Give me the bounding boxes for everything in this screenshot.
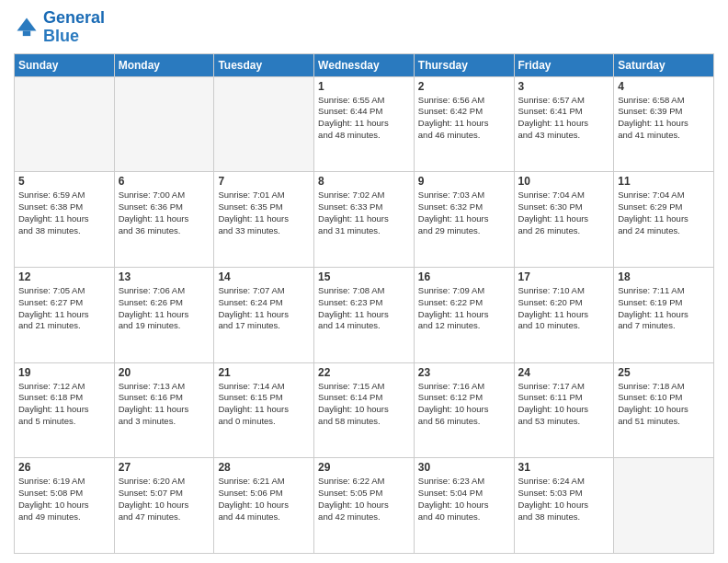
calendar-cell: 20Sunrise: 7:13 AM Sunset: 6:16 PM Dayli… [114,362,214,458]
calendar-week-row: 5Sunrise: 6:59 AM Sunset: 6:38 PM Daylig… [15,172,714,268]
day-info: Sunrise: 6:59 AM Sunset: 6:38 PM Dayligh… [18,190,110,236]
day-info: Sunrise: 7:04 AM Sunset: 6:30 PM Dayligh… [518,190,610,236]
day-number: 12 [18,270,110,283]
day-number: 24 [518,366,610,379]
day-info: Sunrise: 7:15 AM Sunset: 6:14 PM Dayligh… [318,381,410,428]
calendar-cell: 11Sunrise: 7:04 AM Sunset: 6:29 PM Dayli… [614,172,714,268]
header: General Blue [14,9,714,46]
day-number: 9 [418,175,510,188]
day-number: 2 [418,80,510,93]
calendar-cell: 13Sunrise: 7:06 AM Sunset: 6:26 PM Dayli… [114,267,214,362]
calendar-cell: 9Sunrise: 7:03 AM Sunset: 6:32 PM Daylig… [414,172,514,268]
day-info: Sunrise: 6:21 AM Sunset: 5:06 PM Dayligh… [218,476,310,523]
day-number: 13 [119,270,210,283]
day-number: 30 [418,461,510,474]
calendar-cell: 22Sunrise: 7:15 AM Sunset: 6:14 PM Dayli… [314,362,415,458]
day-number: 15 [318,270,410,283]
day-info: Sunrise: 6:23 AM Sunset: 5:04 PM Dayligh… [418,476,510,523]
logo-text: General Blue [43,9,105,46]
day-number: 16 [418,270,510,283]
day-number: 8 [318,175,410,188]
calendar-cell: 12Sunrise: 7:05 AM Sunset: 6:27 PM Dayli… [15,267,115,362]
day-info: Sunrise: 7:00 AM Sunset: 6:36 PM Dayligh… [119,190,210,236]
day-info: Sunrise: 7:11 AM Sunset: 6:19 PM Dayligh… [618,285,710,332]
day-header-row: Sunday Monday Tuesday Wednesday Thursday… [15,53,714,76]
day-number: 26 [18,461,110,474]
day-number: 17 [518,270,610,283]
calendar-cell: 18Sunrise: 7:11 AM Sunset: 6:19 PM Dayli… [614,267,714,362]
header-thursday: Thursday [414,53,514,76]
logo: General Blue [14,9,105,46]
calendar-cell: 6Sunrise: 7:00 AM Sunset: 6:36 PM Daylig… [114,172,214,268]
calendar-week-row: 1Sunrise: 6:55 AM Sunset: 6:44 PM Daylig… [15,76,714,172]
day-info: Sunrise: 7:08 AM Sunset: 6:23 PM Dayligh… [318,285,410,332]
calendar-cell: 19Sunrise: 7:12 AM Sunset: 6:18 PM Dayli… [15,362,115,458]
header-saturday: Saturday [614,53,714,76]
day-number: 6 [119,175,210,188]
header-sunday: Sunday [15,53,115,76]
header-friday: Friday [514,53,614,76]
calendar-cell: 14Sunrise: 7:07 AM Sunset: 6:24 PM Dayli… [214,267,314,362]
day-number: 20 [119,366,210,379]
calendar-cell: 16Sunrise: 7:09 AM Sunset: 6:22 PM Dayli… [414,267,514,362]
calendar-week-row: 12Sunrise: 7:05 AM Sunset: 6:27 PM Dayli… [15,267,714,362]
day-info: Sunrise: 6:20 AM Sunset: 5:07 PM Dayligh… [119,476,210,523]
svg-marker-0 [17,17,37,30]
calendar-cell: 30Sunrise: 6:23 AM Sunset: 5:04 PM Dayli… [414,458,514,554]
calendar-cell [214,76,314,172]
day-info: Sunrise: 6:55 AM Sunset: 6:44 PM Dayligh… [318,95,410,142]
day-info: Sunrise: 7:04 AM Sunset: 6:29 PM Dayligh… [618,190,710,236]
calendar-cell: 1Sunrise: 6:55 AM Sunset: 6:44 PM Daylig… [314,76,415,172]
day-info: Sunrise: 7:05 AM Sunset: 6:27 PM Dayligh… [18,285,110,332]
day-number: 14 [218,270,310,283]
calendar-cell: 7Sunrise: 7:01 AM Sunset: 6:35 PM Daylig… [214,172,314,268]
day-number: 29 [318,461,410,474]
calendar-cell: 8Sunrise: 7:02 AM Sunset: 6:33 PM Daylig… [314,172,415,268]
day-info: Sunrise: 7:01 AM Sunset: 6:35 PM Dayligh… [218,190,310,236]
calendar-week-row: 19Sunrise: 7:12 AM Sunset: 6:18 PM Dayli… [15,362,714,458]
day-info: Sunrise: 7:09 AM Sunset: 6:22 PM Dayligh… [418,285,510,332]
svg-rect-1 [23,30,30,36]
calendar-cell [114,76,214,172]
day-info: Sunrise: 7:06 AM Sunset: 6:26 PM Dayligh… [119,285,210,332]
day-info: Sunrise: 6:56 AM Sunset: 6:42 PM Dayligh… [418,95,510,142]
day-info: Sunrise: 7:02 AM Sunset: 6:33 PM Dayligh… [318,190,410,236]
calendar-cell: 27Sunrise: 6:20 AM Sunset: 5:07 PM Dayli… [114,458,214,554]
page: General Blue Sunday Monday Tuesday Wedne… [0,0,728,563]
day-number: 1 [318,80,410,93]
calendar-cell: 29Sunrise: 6:22 AM Sunset: 5:05 PM Dayli… [314,458,415,554]
day-number: 27 [119,461,210,474]
day-number: 18 [618,270,710,283]
day-info: Sunrise: 7:17 AM Sunset: 6:11 PM Dayligh… [518,381,610,428]
day-info: Sunrise: 6:22 AM Sunset: 5:05 PM Dayligh… [318,476,410,523]
header-monday: Monday [114,53,214,76]
day-info: Sunrise: 7:03 AM Sunset: 6:32 PM Dayligh… [418,190,510,236]
day-info: Sunrise: 6:58 AM Sunset: 6:39 PM Dayligh… [618,95,710,142]
day-info: Sunrise: 6:24 AM Sunset: 5:03 PM Dayligh… [518,476,610,523]
day-number: 23 [418,366,510,379]
day-info: Sunrise: 7:12 AM Sunset: 6:18 PM Dayligh… [18,381,110,428]
day-info: Sunrise: 7:18 AM Sunset: 6:10 PM Dayligh… [618,381,710,428]
calendar-cell: 28Sunrise: 6:21 AM Sunset: 5:06 PM Dayli… [214,458,314,554]
day-info: Sunrise: 7:07 AM Sunset: 6:24 PM Dayligh… [218,285,310,332]
day-number: 25 [618,366,710,379]
day-number: 19 [18,366,110,379]
calendar-cell: 4Sunrise: 6:58 AM Sunset: 6:39 PM Daylig… [614,76,714,172]
day-number: 5 [18,175,110,188]
day-info: Sunrise: 7:10 AM Sunset: 6:20 PM Dayligh… [518,285,610,332]
day-number: 7 [218,175,310,188]
calendar-cell: 31Sunrise: 6:24 AM Sunset: 5:03 PM Dayli… [514,458,614,554]
day-number: 31 [518,461,610,474]
calendar-cell: 17Sunrise: 7:10 AM Sunset: 6:20 PM Dayli… [514,267,614,362]
day-number: 22 [318,366,410,379]
calendar-cell: 24Sunrise: 7:17 AM Sunset: 6:11 PM Dayli… [514,362,614,458]
calendar-cell: 15Sunrise: 7:08 AM Sunset: 6:23 PM Dayli… [314,267,415,362]
day-number: 28 [218,461,310,474]
logo-icon [14,15,40,40]
calendar-cell: 21Sunrise: 7:14 AM Sunset: 6:15 PM Dayli… [214,362,314,458]
day-number: 4 [618,80,710,93]
header-tuesday: Tuesday [214,53,314,76]
day-info: Sunrise: 6:19 AM Sunset: 5:08 PM Dayligh… [18,476,110,523]
calendar-cell: 5Sunrise: 6:59 AM Sunset: 6:38 PM Daylig… [15,172,115,268]
calendar-cell: 23Sunrise: 7:16 AM Sunset: 6:12 PM Dayli… [414,362,514,458]
